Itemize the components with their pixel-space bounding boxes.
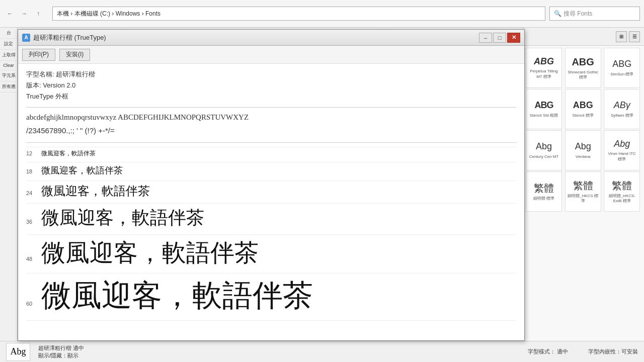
status-font-name: 超研澤粗行楷 適中: [38, 344, 84, 352]
font-label-sylfaen: Sylfaen 標準: [611, 113, 633, 118]
sample-text-48: 微風迎客，軟語伴茶: [41, 237, 259, 269]
nav-buttons: ← → ↑: [4, 8, 44, 20]
sidebar-item-1[interactable]: 設定: [0, 39, 17, 50]
font-preview-perpetua: ABG: [534, 56, 554, 67]
address-bar[interactable]: 本機 › 本機磁碟 (C:) › Windows › Fonts: [52, 7, 545, 21]
font-grid: ABG Perpetua Titling MT 標準 ABG Showcard …: [524, 46, 644, 214]
status-details: 字型樣式： 適中 字型內嵌性：可安裝: [528, 348, 638, 355]
sample-row-18: 18 微風迎客，軟語伴茶: [26, 162, 516, 176]
font-label-showcard: Showcard Gothic 標準: [568, 70, 599, 80]
dialog-toolbar: 列印(P) 安裝(I): [18, 46, 524, 64]
sample-text-12: 微風迎客，軟語伴茶: [41, 149, 96, 158]
font-label-simsun: SimSun 標準: [610, 72, 633, 77]
font-label-mingti-hkcs: 細明體_HKCS 標準: [568, 194, 599, 204]
sample-row-24: 24 微風迎客，軟語伴茶: [26, 180, 516, 199]
explorer-window: ← → ↑ 本機 › 本機磁碟 (C:) › Windows › Fonts 🔍…: [0, 0, 644, 362]
up-button[interactable]: ↑: [32, 8, 44, 20]
back-button[interactable]: ←: [4, 8, 16, 20]
divider-1: [26, 107, 516, 108]
print-button[interactable]: 列印(P): [22, 49, 55, 61]
close-button[interactable]: ✕: [507, 33, 520, 43]
font-label-mingti-extb: 細明體_HKCS-ExtB 標準: [606, 194, 637, 204]
sample-row-72: 72 微風迎客，軟語伴茶: [26, 320, 516, 322]
sample-row-48: 48 微風迎客，軟語伴茶: [26, 234, 516, 269]
font-preview-stencil: ABG: [573, 100, 593, 111]
font-label-mingti: 細明體 標準: [533, 196, 554, 201]
status-style: 字型樣式： 適中: [528, 348, 568, 355]
font-preview-century: Abg: [536, 141, 552, 152]
font-preview-showcard: ABG: [572, 56, 594, 68]
font-item-showcard[interactable]: ABG Showcard Gothic 標準: [565, 48, 601, 88]
sample-row-36: 36 微風迎客，軟語伴茶: [26, 203, 516, 230]
font-preview-mingti-extb: 繁體: [612, 179, 632, 192]
status-font-preview: Abg: [6, 343, 30, 361]
sample-row-12: 12 微風迎客，軟語伴茶: [26, 147, 516, 158]
status-installable: 字型內嵌性：可安裝: [588, 348, 638, 355]
size-label-48: 48: [26, 256, 41, 262]
dialog-title-icon: A: [22, 34, 30, 42]
font-item-mingti-extb[interactable]: 繁體 細明體_HKCS-ExtB 標準: [604, 171, 640, 212]
size-label-24: 24: [26, 190, 41, 196]
sidebar: 台 設定 上取得 Clear 字元系 所有應: [0, 28, 18, 362]
search-icon: 🔍: [554, 10, 561, 17]
font-name-info: 字型名稱: 超研澤粗行楷: [26, 70, 516, 79]
font-preview-mingti-hkcs: 繁體: [573, 179, 593, 192]
size-label-18: 18: [26, 168, 41, 174]
font-name-label: 字型名稱:: [26, 70, 54, 78]
version-value: Version 2.0: [43, 81, 75, 89]
install-button[interactable]: 安裝(I): [59, 49, 90, 61]
sidebar-item-2[interactable]: 上取得: [0, 50, 17, 61]
font-label-century: Century Cen MT: [529, 154, 559, 159]
font-type: TrueType 外框: [26, 92, 516, 101]
font-item-simsun[interactable]: ABG SimSun 標準: [604, 48, 640, 88]
font-item-mingti-hkcs[interactable]: 繁體 細明體_HKCS 標準: [565, 171, 601, 212]
font-item-sylfaen[interactable]: ABγ Sylfaen 標準: [604, 89, 640, 129]
sample-text-60: 微風迎客，軟語伴茶: [41, 276, 313, 316]
font-preview-simsun: ABG: [612, 59, 631, 70]
font-item-stencil-std[interactable]: ABG Stencil Std 粗體: [526, 89, 562, 129]
fonts-panel-toolbar: ⊞ ☰: [524, 28, 644, 46]
sample-row-60: 60 微風迎客，軟語伴茶: [26, 273, 516, 316]
view-list-button[interactable]: ☰: [629, 31, 640, 42]
font-item-perpetua[interactable]: ABG Perpetua Titling MT 標準: [526, 48, 562, 88]
size-label-36: 36: [26, 219, 41, 225]
font-item-viner[interactable]: Abg Viner Hand ITC 標準: [604, 130, 640, 170]
font-item-verdana[interactable]: Abg Verdana: [565, 130, 601, 170]
version-label: 版本:: [26, 81, 41, 89]
sidebar-item-3[interactable]: 字元系: [0, 70, 17, 81]
maximize-button[interactable]: □: [493, 33, 506, 43]
font-item-mingti[interactable]: 繁體 細明體 標準: [526, 171, 562, 212]
sidebar-item-4[interactable]: 所有應: [0, 81, 17, 93]
font-label-stencil: Stencil 標準: [573, 113, 594, 118]
dialog-titlebar: A 超研澤粗行楷 (TrueType) – □ ✕: [18, 30, 524, 46]
font-preview-stencil-std: ABG: [535, 100, 553, 111]
size-label-60: 60: [26, 301, 41, 307]
dialog-title-text: 超研澤粗行楷 (TrueType): [33, 33, 106, 42]
view-grid-button[interactable]: ⊞: [616, 31, 627, 42]
forward-button[interactable]: →: [18, 8, 30, 20]
font-label-stencil-std: Stencil Std 粗體: [530, 113, 558, 118]
font-name-value: 超研澤粗行楷: [56, 70, 95, 78]
sample-text-18: 微風迎客，軟語伴茶: [41, 164, 123, 176]
font-preview-viner: Abg: [614, 139, 630, 150]
status-info: 超研澤粗行楷 適中 顯示/隱藏：顯示: [38, 344, 84, 359]
font-item-stencil[interactable]: ABG Stencil 標準: [565, 89, 601, 129]
sidebar-item-0[interactable]: 台: [0, 28, 17, 39]
fonts-panel: ⊞ ☰ ABG Perpetua Titling MT 標準 ABG Showc…: [523, 28, 644, 362]
address-text: 本機 › 本機磁碟 (C:) › Windows › Fonts: [57, 10, 160, 18]
font-item-century[interactable]: Abg Century Cen MT: [526, 130, 562, 170]
minimize-button[interactable]: –: [479, 33, 492, 43]
divider-2: [26, 142, 516, 143]
font-preview-sylfaen: ABγ: [614, 100, 630, 111]
dialog-content: 字型名稱: 超研澤粗行楷 版本: Version 2.0 TrueType 外框…: [18, 64, 524, 322]
font-preview-verdana: Abg: [575, 141, 591, 152]
sample-text-24: 微風迎客，軟語伴茶: [41, 183, 150, 199]
font-preview-dialog: A 超研澤粗行楷 (TrueType) – □ ✕ 列印(P) 安裝(I) 字型…: [18, 29, 525, 341]
version-info: 版本: Version 2.0: [26, 81, 516, 90]
window-controls: – □ ✕: [479, 33, 520, 43]
font-preview-mingti: 繁體: [534, 182, 554, 194]
status-display: 顯示/隱藏：顯示: [38, 352, 84, 359]
search-bar[interactable]: 🔍 搜尋 Fonts: [549, 7, 640, 21]
numbers-line: /234567890.,:; ' " (!?) +-*/=: [26, 125, 516, 137]
sidebar-item-clear[interactable]: Clear: [0, 61, 17, 70]
